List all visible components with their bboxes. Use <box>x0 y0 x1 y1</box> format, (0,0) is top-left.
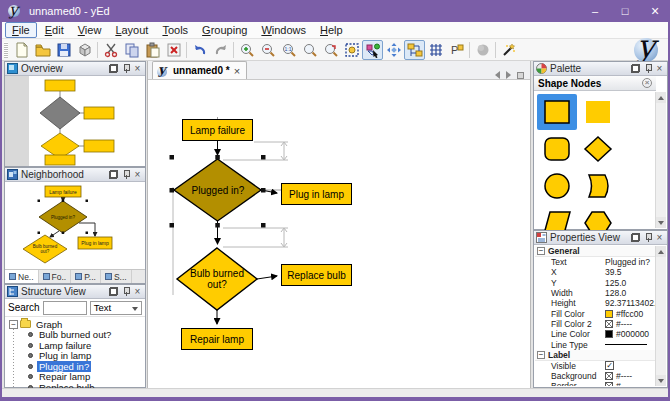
palette-close-icon[interactable]: × <box>655 64 664 73</box>
navigate-icon[interactable] <box>383 40 404 60</box>
tree-root-row[interactable]: − Graph <box>9 319 145 330</box>
palette-scrollbar[interactable] <box>655 92 666 228</box>
tab-predecessors[interactable]: P... <box>71 270 101 283</box>
edit-mode-icon[interactable] <box>362 40 383 60</box>
palette-float-icon[interactable] <box>631 64 640 73</box>
zoom-actual-size-icon[interactable]: 1:1 <box>278 40 299 60</box>
tab-successors[interactable]: S... <box>101 270 132 283</box>
tree-node-row-selected[interactable]: Plugged in? <box>9 361 145 372</box>
prop-row-width[interactable]: Width128.0 <box>535 288 655 298</box>
edge-bulbburned-replacebulb[interactable] <box>257 276 277 279</box>
node-plug-in-lamp[interactable]: Plug in lamp <box>281 183 352 205</box>
palette-pin-icon[interactable] <box>643 64 652 73</box>
new-document-icon[interactable] <box>11 40 32 60</box>
menu-grouping[interactable]: Grouping <box>196 23 253 37</box>
shape-rectangle[interactable] <box>537 94 577 130</box>
export-icon[interactable] <box>74 40 95 60</box>
tab-scroll-right-icon[interactable] <box>506 71 511 79</box>
fit-content-icon[interactable] <box>299 40 320 60</box>
tab-close-icon[interactable]: × <box>234 65 240 77</box>
marquee-zoom-icon[interactable] <box>341 40 362 60</box>
tree-node-row[interactable]: Lamp failure <box>9 340 145 351</box>
minimize-button[interactable]: – <box>580 0 610 22</box>
tree-node-row[interactable]: Plug in lamp <box>9 351 145 362</box>
menu-windows[interactable]: Windows <box>255 23 312 37</box>
overview-minimap[interactable] <box>5 76 145 166</box>
node-lamp-failure[interactable]: Lamp failure <box>182 119 253 141</box>
properties-close-icon[interactable]: × <box>655 233 664 242</box>
search-input[interactable] <box>43 301 87 315</box>
tab-scroll-left-icon[interactable] <box>495 71 500 79</box>
scroll-down-icon[interactable] <box>656 375 666 386</box>
close-button[interactable]: × <box>640 0 670 22</box>
scroll-up-icon[interactable] <box>656 246 666 257</box>
menu-view[interactable]: View <box>72 23 108 37</box>
prop-row-y[interactable]: Y125.0 <box>535 278 655 288</box>
grid-icon[interactable] <box>425 40 446 60</box>
neighborhood-minimap[interactable]: Lamp failure Plugged in? Bulb burned out… <box>5 182 145 269</box>
tab-neighborhood[interactable]: Ne.. <box>5 270 39 283</box>
structure-close-icon[interactable]: × <box>133 287 142 296</box>
collapse-icon[interactable]: − <box>537 351 545 359</box>
shape-diamond[interactable] <box>578 131 618 167</box>
undo-icon[interactable] <box>189 40 210 60</box>
node-plugged-in-diamond[interactable] <box>174 159 261 221</box>
graph-canvas[interactable]: Lamp failure Plugged in? Plug in lamp Bu… <box>148 80 530 388</box>
document-tab[interactable]: y unnamed0 * × <box>152 61 247 79</box>
menu-file[interactable]: File <box>5 22 37 38</box>
zoom-to-selection-icon[interactable] <box>320 40 341 60</box>
overview-pin-icon[interactable] <box>121 64 130 73</box>
prop-row-background[interactable]: Background#---- <box>535 371 655 381</box>
node-repair-lamp[interactable]: Repair lamp <box>181 328 253 350</box>
copy-icon[interactable] <box>121 40 142 60</box>
paste-icon[interactable] <box>142 40 163 60</box>
prop-row-line-type[interactable]: Line Type <box>535 339 655 349</box>
tree-node-row[interactable]: Repair lamp <box>9 372 145 383</box>
prop-row-fill-color-2[interactable]: Fill Color 2#---- <box>535 319 655 329</box>
prop-row-border[interactable]: Border#---- <box>535 381 655 386</box>
section-general[interactable]: −General <box>535 246 655 257</box>
prop-row-line-color[interactable]: Line Color#000000 <box>535 329 655 339</box>
cut-icon[interactable] <box>100 40 121 60</box>
overview-close-icon[interactable]: × <box>133 64 142 73</box>
shape-ellipse[interactable] <box>537 168 577 204</box>
prop-row-text[interactable]: TextPlugged in? <box>535 257 655 267</box>
tab-folder-contents[interactable]: Fo.. <box>39 270 72 283</box>
node-replace-bulb[interactable]: Replace bulb <box>281 264 352 286</box>
maximize-button[interactable]: □ <box>610 0 640 22</box>
section-menu-icon[interactable]: × <box>642 78 652 88</box>
visible-checkbox[interactable]: ✓ <box>605 361 614 370</box>
tree-node-row[interactable]: Bulb burned out? <box>9 330 145 341</box>
prop-row-height[interactable]: Height92.37113402... <box>535 298 655 308</box>
save-icon[interactable] <box>53 40 74 60</box>
shape-display[interactable] <box>578 168 618 204</box>
neighborhood-pin-icon[interactable] <box>121 170 130 179</box>
overview-icon[interactable] <box>472 40 493 60</box>
toolbar-grip[interactable] <box>4 42 8 58</box>
menu-edit[interactable]: Edit <box>39 23 70 37</box>
scroll-down-icon[interactable] <box>656 217 666 228</box>
hierarchic-layout-icon[interactable] <box>404 40 425 60</box>
properties-float-icon[interactable] <box>631 233 640 242</box>
neighborhood-close-icon[interactable]: × <box>133 170 142 179</box>
prop-row-fill-color[interactable]: Fill Color#ffcc00 <box>535 308 655 318</box>
scroll-up-icon[interactable] <box>656 92 666 103</box>
delete-icon[interactable] <box>163 40 184 60</box>
prop-row-x[interactable]: X39.5 <box>535 267 655 277</box>
zoom-out-icon[interactable] <box>257 40 278 60</box>
neighborhood-float-icon[interactable] <box>109 170 118 179</box>
section-label[interactable]: −Label <box>535 350 655 361</box>
collapse-icon[interactable]: − <box>537 247 545 255</box>
search-filter-dropdown[interactable]: Text <box>90 301 142 315</box>
properties-pin-icon[interactable] <box>643 233 652 242</box>
menu-help[interactable]: Help <box>314 23 349 37</box>
shape-nodes-header[interactable]: Shape Nodes × <box>534 76 656 91</box>
prop-row-visible[interactable]: Visible✓ <box>535 361 655 371</box>
overview-float-icon[interactable] <box>109 64 118 73</box>
menu-tools[interactable]: Tools <box>156 23 194 37</box>
properties-scrollbar[interactable] <box>655 246 666 386</box>
menu-layout[interactable]: Layout <box>109 23 154 37</box>
zoom-in-icon[interactable] <box>236 40 257 60</box>
open-icon[interactable] <box>32 40 53 60</box>
magic-wand-icon[interactable] <box>498 40 519 60</box>
